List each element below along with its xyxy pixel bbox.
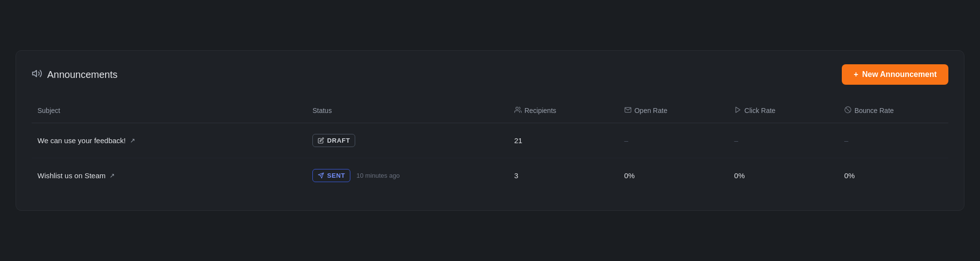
subject-cell: We can use your feedback! ↗ bbox=[32, 123, 307, 158]
table-header-row: Subject Status bbox=[32, 98, 948, 123]
recipients-icon bbox=[514, 106, 522, 115]
announcements-table: Subject Status bbox=[32, 98, 948, 193]
sent-badge[interactable]: SENT bbox=[312, 169, 350, 182]
sent-time: 10 minutes ago bbox=[356, 172, 399, 179]
status-cell: SENT 10 minutes ago bbox=[307, 158, 508, 193]
svg-marker-0 bbox=[33, 70, 36, 76]
subject-text: We can use your feedback! bbox=[37, 136, 126, 145]
plus-icon: + bbox=[853, 70, 858, 79]
subject-cell: Wishlist us on Steam ↗ bbox=[32, 158, 307, 193]
announcements-table-wrapper: Subject Status bbox=[32, 98, 948, 193]
svg-line-4 bbox=[846, 108, 850, 112]
sent-icon bbox=[318, 172, 324, 179]
open-rate-cell: 0% bbox=[618, 158, 728, 193]
announcements-panel: Announcements + New Announcement Subject… bbox=[16, 50, 964, 211]
announcements-icon bbox=[32, 68, 42, 81]
col-header-status: Status bbox=[307, 98, 508, 123]
bounce-rate-icon bbox=[844, 106, 852, 115]
status-cell: DRAFT bbox=[307, 123, 508, 158]
new-announcement-label: New Announcement bbox=[862, 70, 937, 79]
draft-edit-icon bbox=[318, 137, 324, 144]
col-header-open-rate: Open Rate bbox=[618, 98, 728, 123]
subject-text: Wishlist us on Steam bbox=[37, 171, 106, 180]
subject-link-icon[interactable]: ↗ bbox=[109, 172, 115, 179]
title-group: Announcements bbox=[32, 68, 118, 81]
col-header-click-rate: Click Rate bbox=[728, 98, 838, 123]
open-rate-icon bbox=[624, 106, 632, 115]
draft-badge[interactable]: DRAFT bbox=[312, 134, 355, 147]
col-header-subject: Subject bbox=[32, 98, 307, 123]
new-announcement-button[interactable]: + New Announcement bbox=[842, 64, 948, 85]
recipients-cell: 21 bbox=[508, 123, 618, 158]
open-rate-cell: – bbox=[618, 123, 728, 158]
click-rate-cell: – bbox=[728, 123, 838, 158]
svg-point-1 bbox=[516, 107, 518, 110]
table-row: Wishlist us on Steam ↗ SENT bbox=[32, 158, 948, 193]
col-header-bounce-rate: Bounce Rate bbox=[838, 98, 948, 123]
svg-marker-2 bbox=[736, 107, 740, 112]
subject-link-icon[interactable]: ↗ bbox=[130, 137, 135, 144]
panel-header: Announcements + New Announcement bbox=[32, 64, 948, 85]
panel-title: Announcements bbox=[47, 69, 118, 80]
bounce-rate-cell: 0% bbox=[838, 158, 948, 193]
recipients-cell: 3 bbox=[508, 158, 618, 193]
click-rate-cell: 0% bbox=[728, 158, 838, 193]
table-row: We can use your feedback! ↗ DRAFT bbox=[32, 123, 948, 158]
click-rate-icon bbox=[734, 106, 742, 115]
col-header-recipients: Recipients bbox=[508, 98, 618, 123]
bounce-rate-cell: – bbox=[838, 123, 948, 158]
